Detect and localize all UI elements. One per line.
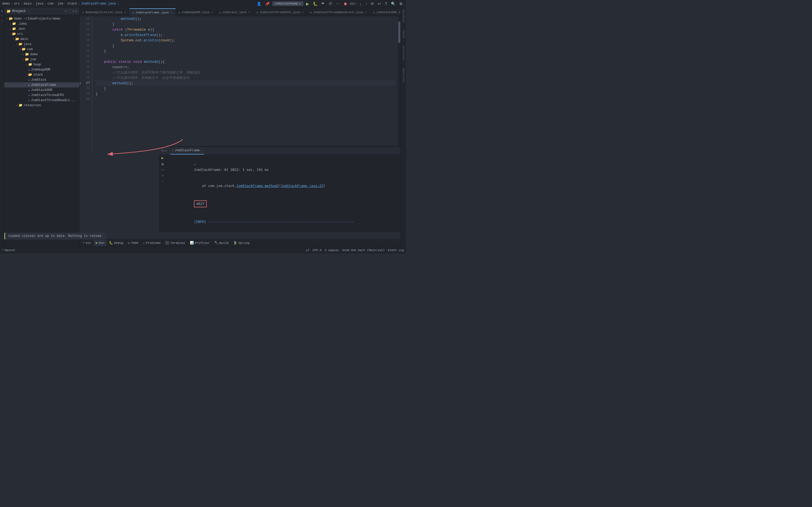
tree-src[interactable]: ▾ 📂 src bbox=[4, 32, 79, 37]
more-run-button[interactable]: ⋯ bbox=[335, 1, 341, 6]
breadcrumb-src[interactable]: src bbox=[14, 2, 20, 6]
tab-close-jvmstackthreadcpu[interactable]: ✕ bbox=[302, 10, 305, 14]
git-push-button[interactable]: ↑ bbox=[364, 1, 368, 6]
expand-icon[interactable]: ⛶ bbox=[68, 9, 71, 13]
bottom-tab-terminal[interactable]: ⬛ Terminal bbox=[163, 240, 187, 246]
run-tab-close[interactable]: ✕ bbox=[201, 149, 202, 152]
tree-com[interactable]: ▾ 📂 com bbox=[4, 47, 79, 52]
git-revert-button[interactable]: ↩ bbox=[377, 1, 382, 6]
tab-close-jvmstack[interactable]: ✕ bbox=[248, 10, 251, 14]
run-stop-icon[interactable]: ⏹ bbox=[161, 162, 164, 166]
run-settings-icon[interactable]: ⚙ bbox=[162, 174, 163, 177]
bp-27[interactable]: ↺ bbox=[80, 81, 82, 85]
translate-button[interactable]: T bbox=[384, 1, 388, 6]
breadcrumb-com[interactable]: com bbox=[48, 2, 53, 6]
profile-button[interactable]: ⏱ bbox=[327, 1, 333, 6]
bottom-tab-todo[interactable]: ☑ TODO bbox=[126, 240, 141, 246]
bottom-tab-debug[interactable]: 🐛 Debug bbox=[107, 240, 126, 246]
tree-demo-pkg[interactable]: ▸ 📁 demo bbox=[4, 52, 79, 57]
run-button[interactable]: ▶ bbox=[305, 1, 310, 6]
tree-root[interactable]: ▾ 📂 demo ~/IdeaProjects/demo bbox=[4, 16, 79, 21]
breadcrumb-jvm[interactable]: jvm bbox=[57, 2, 63, 6]
tab-icon-jvmstackthreadcpu: ☕ bbox=[256, 10, 258, 14]
tree-resources[interactable]: ▸ 📁 resources bbox=[4, 103, 79, 108]
bottom-tab-build[interactable]: 🔨 Build bbox=[212, 240, 231, 246]
breadcrumb-demo[interactable]: demo bbox=[2, 2, 10, 6]
tree-mvn[interactable]: ▸ 📁 .mvn bbox=[4, 26, 79, 32]
main-layout: P C ★ 📁 Project ▾ ⊕ ⛶ ⊟ ⚙ ▾ 📂 demo ~/Ide… bbox=[0, 7, 406, 246]
editor-scrollbar[interactable] bbox=[398, 16, 401, 153]
gutter-25: 25 bbox=[80, 70, 90, 75]
pin-icon[interactable]: 📌 bbox=[264, 1, 271, 6]
tab-close-jvmstackthreaddeadlock[interactable]: ✕ bbox=[365, 10, 368, 14]
output-link-method2[interactable]: JvmStackFrame.method2 bbox=[236, 184, 279, 188]
settings-button[interactable]: ⚙ bbox=[398, 1, 404, 6]
tab-close-demoapplication[interactable]: ✕ bbox=[124, 10, 127, 14]
status-indent[interactable]: 4 spaces bbox=[325, 249, 339, 252]
favorites-icon[interactable]: ★ bbox=[0, 18, 4, 24]
project-dropdown-icon[interactable]: ▾ bbox=[28, 10, 30, 13]
debug-button[interactable]: 🐛 bbox=[312, 1, 318, 6]
tree-idea[interactable]: ▸ 📁 .idea bbox=[4, 21, 79, 26]
tab-jvmstackthreaddeadlock[interactable]: ☕ JvmStackThreadDeadLock.java ✕ bbox=[307, 8, 370, 16]
tree-jvmstack[interactable]: ☕ JvmStack bbox=[4, 77, 79, 82]
breadcrumb-java[interactable]: java bbox=[36, 2, 44, 6]
people-icon[interactable]: 👤 bbox=[256, 1, 262, 6]
run-config-selector[interactable]: JVMSTACKFRAME ▾ bbox=[272, 1, 303, 6]
tree-jvmstackoom[interactable]: ☕ JvmStackOOM bbox=[4, 88, 79, 93]
coverage-button[interactable]: ☂ bbox=[320, 1, 326, 6]
tab-jvmstackthreadcpu[interactable]: ☕ JvmStackThreadCPU.java ✕ bbox=[254, 8, 307, 16]
project-icon[interactable]: P bbox=[0, 9, 4, 13]
maven-icon[interactable]: Maven bbox=[402, 29, 405, 39]
status-event-log[interactable]: Event Log bbox=[388, 249, 404, 252]
database-icon[interactable]: Database bbox=[402, 9, 405, 23]
scrollbar-thumb[interactable] bbox=[398, 21, 400, 43]
tab-jvmstackoom[interactable]: ☕ JvmStackOOM.java ✕ bbox=[370, 8, 401, 16]
run-scroll-icon[interactable]: ↓ bbox=[162, 179, 163, 183]
tree-jvmheapoom[interactable]: ☕ JvmHeapOOM bbox=[4, 67, 79, 72]
tree-jvmstackthreadcpu[interactable]: ☕ JvmStackThreadCPU bbox=[4, 93, 79, 98]
todo-tab-icon: ☑ bbox=[128, 241, 130, 245]
breadcrumb-main[interactable]: main bbox=[24, 2, 32, 6]
status-git-branch[interactable]: ⑂ master bbox=[2, 249, 15, 252]
commit-icon[interactable]: C bbox=[0, 13, 4, 18]
git-history-button[interactable]: ⟳ bbox=[370, 1, 375, 6]
tree-jvmstackframe[interactable]: ☕ JvmStackFrame bbox=[4, 82, 79, 88]
status-lf[interactable]: LF bbox=[306, 249, 309, 252]
bottom-tab-problems[interactable]: ⚠ Problems bbox=[141, 240, 163, 246]
search-button[interactable]: 🔍 bbox=[390, 1, 397, 6]
breadcrumb-stack[interactable]: stack bbox=[67, 2, 77, 6]
tree-heap[interactable]: ▸ 📁 heap bbox=[4, 62, 79, 67]
run-filter-icon[interactable]: =× bbox=[161, 168, 164, 172]
stop-button[interactable]: ⏹ bbox=[342, 1, 348, 6]
tab-jvmstack[interactable]: ☕ JvmStack.java ✕ bbox=[217, 8, 254, 16]
stack-icon: 📂 bbox=[28, 73, 32, 77]
run-tab-jvmstackframe[interactable]: ✓ JvmStackFrame ✕ bbox=[170, 147, 204, 155]
bottom-tab-spring[interactable]: 🍃 Spring bbox=[231, 240, 251, 246]
tab-close-jvmheapoom[interactable]: ✕ bbox=[211, 10, 214, 14]
locate-icon[interactable]: ⊕ bbox=[65, 9, 66, 13]
output-link-file[interactable]: JvmStackFrame.java:27 bbox=[281, 184, 323, 188]
tree-jvmstackthreaddeadlock[interactable]: ☕ JvmStackThreadDeadLo... bbox=[4, 98, 79, 103]
tree-main[interactable]: ▾ 📂 main bbox=[4, 37, 79, 42]
status-plugin[interactable]: Atom One Dark (Material) bbox=[342, 249, 385, 252]
run-output[interactable]: ✓ JvmStackFrame: At 2022: 1 sec, 191 ms … bbox=[166, 155, 401, 232]
tree-java[interactable]: ▾ 📂 java bbox=[4, 42, 79, 47]
bottom-tab-git[interactable]: ⑂ Git bbox=[81, 240, 93, 246]
bottom-tab-run[interactable]: ▶ Run bbox=[94, 240, 107, 246]
collapse-icon[interactable]: ⊟ bbox=[72, 9, 74, 13]
git-update-button[interactable]: ↓ bbox=[358, 1, 362, 6]
run-play-icon[interactable]: ▶ bbox=[162, 156, 164, 160]
code-content[interactable]: method2(); } catch (Throwable e){ e.prin… bbox=[92, 16, 398, 153]
tab-demoapplication[interactable]: ☕ DemoApplication.java ✕ bbox=[80, 8, 130, 16]
tab-jvmheapoom[interactable]: ☕ JvmHeapOOM.java ✕ bbox=[176, 8, 217, 16]
tree-jvm[interactable]: ▾ 📂 jvm bbox=[4, 57, 79, 62]
bottom-tab-profiler[interactable]: 📊 Profiler bbox=[188, 240, 212, 246]
gear-icon[interactable]: ⚙ bbox=[75, 9, 77, 13]
structure-icon[interactable]: Structure bbox=[402, 45, 405, 61]
tree-stack[interactable]: ▾ 📂 stack bbox=[4, 72, 79, 77]
tab-jvmstackframe[interactable]: ☕ JvmStackFrame.java ✕ bbox=[130, 8, 175, 16]
status-encoding[interactable]: UTF-8 bbox=[313, 249, 321, 252]
tab-close-jvmstackframe[interactable]: ✕ bbox=[170, 11, 173, 14]
favorites-right-icon[interactable]: Favorites bbox=[402, 66, 405, 83]
